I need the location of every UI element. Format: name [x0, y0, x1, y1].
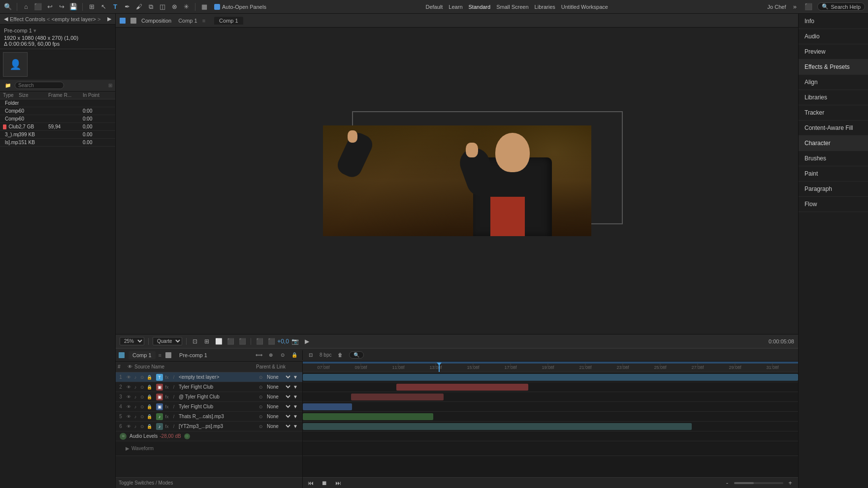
motion-blur-icon-3[interactable]: /: [171, 394, 177, 400]
viewer-region-icon[interactable]: ⊡: [191, 337, 199, 346]
user-name[interactable]: Jo Chef: [768, 4, 786, 10]
list-item[interactable]: Composition 600:00: [0, 115, 115, 123]
timeline-search[interactable]: 🔍: [349, 351, 364, 359]
comp-menu-icon[interactable]: ≡: [202, 18, 205, 24]
fx-icon-3[interactable]: fx: [164, 394, 170, 400]
eye-icon[interactable]: 👁: [126, 414, 131, 420]
timeline-zoom-in[interactable]: +: [785, 478, 795, 488]
search-icon[interactable]: 🔍: [3, 2, 13, 12]
viewer-snapshot-icon[interactable]: 📷: [290, 337, 299, 346]
audio-icon[interactable]: ♪: [132, 394, 138, 400]
motion-blur-icon[interactable]: /: [171, 374, 177, 380]
playhead[interactable]: [439, 364, 440, 372]
viewer-mask-icon[interactable]: ⬜: [214, 337, 223, 346]
eye-icon[interactable]: 👁: [126, 424, 131, 429]
workspace-standard[interactable]: Standard: [469, 4, 491, 10]
list-item[interactable]: 3_).mp3 399 KB0.00: [0, 131, 115, 139]
workspace-small-screen[interactable]: Small Screen: [496, 4, 528, 10]
lock-icon[interactable]: 🔒: [146, 384, 152, 390]
right-panel-item-libraries[interactable]: Libraries: [799, 90, 868, 105]
timeline-solo-icon[interactable]: ⊙: [278, 350, 288, 360]
project-new-icon[interactable]: ⊞: [108, 83, 112, 88]
link-icon-2[interactable]: ⊙: [258, 384, 264, 390]
track-row[interactable]: [303, 412, 798, 422]
lock-icon[interactable]: 🔒: [146, 394, 152, 400]
audio-icon[interactable]: ♪: [132, 384, 138, 390]
track-row[interactable]: [303, 382, 798, 392]
track-row[interactable]: [303, 402, 798, 412]
grid-icon[interactable]: ⊞: [87, 2, 96, 12]
track-row[interactable]: [303, 422, 798, 431]
layer-row[interactable]: 2 👁 ♪ ⊙ 🔒 ▣ fx /: [116, 382, 302, 392]
save-icon[interactable]: 💾: [68, 2, 78, 12]
solo-icon[interactable]: ⊙: [139, 404, 145, 410]
layer-row[interactable]: 6 👁 ♪ ⊙ 🔒 ♪ fx /: [116, 422, 302, 431]
link-icon-6[interactable]: ⊙: [258, 424, 264, 429]
workspace-untitled[interactable]: Untitled Workspace: [561, 4, 608, 10]
timeline-add-icon[interactable]: ⊕: [266, 350, 276, 360]
parent-select-1[interactable]: None: [265, 374, 292, 380]
fx-icon-4[interactable]: fx: [164, 404, 170, 410]
parent-select-4[interactable]: None: [265, 403, 292, 410]
parent-select-6[interactable]: None: [265, 423, 292, 429]
text-tool-icon[interactable]: T: [110, 2, 120, 12]
timeline-ripple-icon[interactable]: ⟺: [254, 350, 264, 360]
right-panel-item-align[interactable]: Align: [799, 75, 868, 90]
viewer-exposure-icon[interactable]: +0,0: [279, 337, 288, 346]
motion-blur-icon-5[interactable]: /: [171, 414, 177, 420]
eye-icon[interactable]: 👁: [126, 404, 131, 410]
right-panel-item-paint[interactable]: Paint: [799, 166, 868, 182]
tab-menu-icon[interactable]: ≡: [159, 352, 161, 358]
layer-row[interactable]: 4 👁 ♪ ⊙ 🔒 ▣ fx /: [116, 402, 302, 412]
timeline-zoom-out[interactable]: -: [722, 478, 732, 488]
workspace-libraries[interactable]: Libraries: [535, 4, 555, 10]
solo-icon[interactable]: ⊙: [139, 374, 145, 380]
lock-icon[interactable]: 🔒: [146, 414, 152, 420]
audio-icon[interactable]: ♪: [132, 374, 138, 380]
timeline-zoom-slider[interactable]: [734, 482, 783, 484]
timeline-tab-precomp[interactable]: Pre-comp 1: [175, 351, 211, 359]
viewer-color-icon[interactable]: ⬛: [255, 337, 264, 346]
parent-arrow-1[interactable]: ▼: [293, 374, 298, 380]
timeline-lock-icon[interactable]: 🔒: [289, 350, 299, 360]
auto-open-checkbox[interactable]: [214, 4, 220, 10]
timeline-view-icon[interactable]: ⊡: [306, 350, 316, 360]
viewer-play-icon[interactable]: ▶: [302, 337, 311, 346]
eye-icon[interactable]: 👁: [126, 384, 131, 390]
right-panel-item-audio[interactable]: Audio: [799, 29, 868, 44]
eraser-icon[interactable]: ◫: [158, 2, 167, 12]
timeline-tab-comp1[interactable]: Comp 1: [129, 351, 156, 359]
lock-icon[interactable]: 🔒: [146, 424, 152, 429]
parent-select-2[interactable]: None: [265, 384, 292, 390]
roto-icon[interactable]: ⊗: [169, 2, 179, 12]
viewer-3d-icon[interactable]: ⬛: [226, 337, 235, 346]
parent-arrow-2[interactable]: ▼: [293, 384, 298, 390]
clone-icon[interactable]: ⧉: [146, 2, 156, 12]
quality-select[interactable]: Quarter: [153, 337, 182, 345]
home-icon[interactable]: ⌂: [21, 2, 31, 12]
layer-row[interactable]: 3 👁 ♪ ⊙ 🔒 ▣ fx /: [116, 392, 302, 402]
audio-icon[interactable]: ♪: [132, 424, 138, 429]
viewer-render-icon[interactable]: ⬛: [267, 337, 276, 346]
pen-icon[interactable]: ✒: [122, 2, 132, 12]
link-icon-5[interactable]: ⊙: [258, 414, 264, 420]
right-panel-item-tracker[interactable]: Tracker: [799, 105, 868, 121]
list-item[interactable]: Club 2,7 GB59,940,00: [0, 123, 115, 131]
expand-icon[interactable]: »: [790, 2, 800, 12]
audio-icon[interactable]: ♪: [132, 404, 138, 410]
timeline-bottom-play[interactable]: ⏮: [306, 478, 316, 488]
motion-blur-icon-6[interactable]: /: [171, 424, 177, 429]
select-icon[interactable]: ↖: [98, 2, 108, 12]
audio-levels-row[interactable]: ≋ Audio Levels -28,00 dB ⊙: [116, 431, 302, 441]
lock-icon[interactable]: 🔒: [146, 404, 152, 410]
parent-arrow-6[interactable]: ▼: [293, 424, 298, 429]
solo-icon[interactable]: ⊙: [139, 414, 145, 420]
project-folder-icon[interactable]: 📁: [3, 81, 13, 91]
project-search-input[interactable]: [15, 82, 64, 89]
track-row[interactable]: [303, 372, 798, 382]
timeline-bottom-stop[interactable]: ⏹: [320, 478, 329, 488]
timeline-trash-icon[interactable]: 🗑: [335, 350, 345, 360]
sync-icon[interactable]: ⬛: [804, 2, 813, 12]
parent-arrow-5[interactable]: ▼: [293, 414, 298, 419]
workspace-learn[interactable]: Learn: [449, 4, 462, 10]
